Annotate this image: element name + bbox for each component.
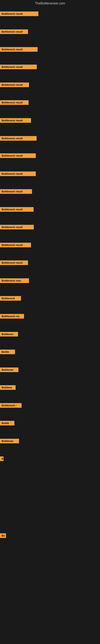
bottleneck-result-item: Bottleneck result: [0, 207, 34, 212]
bottleneck-result-item: Bottleneck: [0, 296, 21, 301]
bottleneck-result-item: Bottleneck result: [0, 243, 31, 247]
bottleneck-result-item: Bottleneck result: [0, 136, 37, 141]
bottleneck-result-item: Bottleneck result: [0, 225, 34, 230]
bottleneck-result-item: Bottleneck result: [0, 260, 28, 265]
bottleneck-result-item: Bottleneck result: [0, 12, 38, 16]
bottleneck-result-item: Bottle: [0, 350, 15, 354]
bottleneck-result-item: B: [0, 456, 3, 461]
bottleneck-result-item: Bottleneck result: [0, 189, 32, 194]
bottleneck-result-item: Bottleneck res: [0, 314, 24, 318]
site-title: TheBottlenecker.com: [0, 0, 100, 7]
bottleneck-result-item: Bottlenec: [0, 439, 19, 443]
bottleneck-result-item: Bottleneck result: [0, 100, 29, 105]
bottleneck-result-item: Bo: [0, 533, 6, 538]
bottleneck-result-item: Bottle: [0, 421, 14, 426]
bottleneck-result-item: Bottleneck result: [0, 47, 38, 52]
bottleneck-result-item: Bottleneck result: [0, 118, 31, 123]
bottleneck-result-item: Bottlenec: [0, 332, 18, 336]
bottleneck-result-item: Bottleneck result: [0, 64, 37, 69]
bottleneck-result-item: Bottleneck result: [0, 153, 36, 158]
bottleneck-result-item: Bottleneck result: [0, 30, 28, 34]
bottleneck-result-item: Bottleneck result: [0, 82, 29, 87]
bottleneck-result-item: Bottlene: [0, 385, 16, 390]
bottleneck-result-item: Bottlenec: [0, 368, 18, 372]
bottleneck-result-item: Bottleneck resu: [0, 278, 29, 283]
bottleneck-result-item: Bottleneck r: [0, 403, 22, 408]
bottleneck-result-item: Bottleneck result: [0, 172, 36, 176]
